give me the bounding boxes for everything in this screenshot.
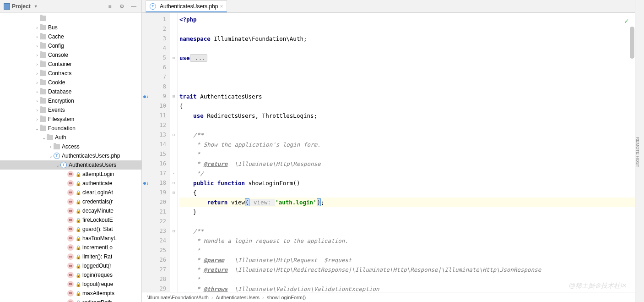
tree-label: credentials(r — [82, 198, 113, 205]
editor-area[interactable]: ✓ ●↓ ●↓ ●↓ 12345678910111213141516171819… — [142, 13, 635, 292]
project-sidebar: Project ▼ ≡ ⚙ — ›Bus›Cache›Config›Consol… — [0, 0, 142, 302]
tree-row[interactable]: m🔒limiter(): Rat — [0, 252, 141, 261]
tree-row[interactable]: m🔒attemptLogin — [0, 170, 141, 179]
tree-row[interactable]: ⌄Foundation — [0, 124, 141, 133]
folder-icon — [40, 71, 46, 76]
tree-label: decayMinute — [82, 208, 114, 214]
lock-icon: 🔒 — [76, 282, 81, 287]
expand-arrow-icon[interactable]: › — [34, 71, 40, 76]
tree-row[interactable]: m🔒redirectPath — [0, 298, 141, 302]
method-icon: m — [67, 244, 74, 251]
expand-arrow-icon[interactable]: › — [34, 117, 40, 122]
crumb-class[interactable]: AuthenticatesUsers — [216, 295, 260, 300]
php-trait-icon: T — [54, 153, 60, 159]
lock-icon: 🔒 — [76, 236, 81, 241]
expand-arrow-icon[interactable]: › — [34, 34, 40, 39]
lock-icon: 🔒 — [76, 291, 81, 296]
project-icon — [4, 3, 10, 10]
tree-row[interactable]: ›Console — [0, 50, 141, 60]
expand-arrow-icon[interactable]: › — [34, 25, 40, 30]
crumb-method[interactable]: showLoginForm() — [267, 295, 306, 300]
tree-label: redirectPath — [82, 299, 112, 302]
lock-icon: 🔒 — [76, 273, 81, 278]
lock-icon: 🔒 — [76, 300, 81, 302]
tree-row[interactable]: ›Database — [0, 87, 141, 96]
lock-icon: 🔒 — [76, 199, 81, 204]
tree-label: logout(reque — [82, 281, 113, 287]
expand-arrow-icon[interactable]: › — [34, 108, 40, 113]
tree-row[interactable]: ⌄TAuthenticatesUsers.php — [0, 151, 141, 160]
tree-row[interactable]: m🔒decayMinute — [0, 206, 141, 215]
tree-row[interactable]: m🔒guard(): Stat — [0, 225, 141, 234]
method-icon: m — [67, 171, 74, 177]
expand-arrow-icon[interactable]: › — [34, 44, 40, 49]
expand-arrow-icon[interactable]: › — [34, 53, 40, 58]
fold-column[interactable]: ⊞ ⊟ ⊟ - ⊟ ⊟ - ⊟ - ⊟ — [170, 13, 178, 292]
tree-label: Database — [48, 88, 71, 95]
folder-icon — [40, 52, 46, 58]
tree-row[interactable]: ›Container — [0, 60, 141, 69]
right-tool-strip[interactable]: REMOTE HOST — [635, 0, 644, 302]
expand-arrow-icon[interactable]: › — [48, 144, 54, 149]
collapse-icon[interactable]: — — [130, 2, 138, 11]
tree-row[interactable]: m🔒credentials(r — [0, 197, 141, 206]
tree-row[interactable]: m🔒logout(reque — [0, 280, 141, 289]
method-icon: m — [67, 272, 74, 278]
expand-arrow-icon[interactable]: › — [34, 99, 40, 104]
method-icon: m — [67, 198, 74, 205]
tree-label: login(reques — [82, 272, 113, 278]
tree-row[interactable]: m🔒maxAttempts — [0, 289, 141, 298]
tree-label: Cache — [48, 33, 64, 40]
tree-label: Access — [62, 143, 80, 150]
tree-row[interactable]: ⌄TAuthenticatesUsers — [0, 160, 141, 170]
remote-host-label[interactable]: REMOTE HOST — [635, 137, 640, 167]
tree-label: guard(): Stat — [82, 226, 113, 232]
gear-icon[interactable]: ⚙ — [118, 2, 126, 11]
crumb-namespace[interactable]: \Illuminate\Foundation\Auth — [147, 295, 209, 300]
php-file-icon: T — [150, 3, 156, 10]
tree-row[interactable]: m🔒fireLockoutE — [0, 215, 141, 225]
folder-icon — [40, 43, 46, 49]
tree-row[interactable]: ›Bus — [0, 23, 141, 32]
lock-icon: 🔒 — [76, 264, 81, 269]
code-content[interactable]: <?php namespace Illuminate\Foundation\Au… — [178, 13, 635, 292]
project-tree[interactable]: ›Bus›Cache›Config›Console›Container›Cont… — [0, 13, 141, 302]
tree-row[interactable]: m🔒login(reques — [0, 270, 141, 280]
tree-row[interactable]: ›Cache — [0, 32, 141, 41]
tree-row[interactable]: ⌄Auth — [0, 133, 141, 142]
expand-arrow-icon[interactable]: ⌄ — [34, 126, 40, 131]
folder-icon — [40, 16, 46, 21]
tree-row[interactable]: m🔒loggedOut(r — [0, 261, 141, 270]
tree-label: AuthenticatesUsers.php — [62, 153, 120, 159]
tree-row[interactable]: m🔒hasTooManyL — [0, 234, 141, 243]
tree-row[interactable]: ›Events — [0, 105, 141, 115]
tab-title: AuthenticatesUsers.php — [160, 3, 218, 10]
expand-arrow-icon[interactable]: ⌄ — [48, 154, 54, 159]
expand-arrow-icon[interactable]: › — [34, 89, 40, 94]
expand-arrow-icon[interactable]: › — [34, 80, 40, 85]
analysis-ok-icon[interactable]: ✓ — [624, 17, 629, 25]
tree-row[interactable]: ›Contracts — [0, 69, 141, 78]
tree-row[interactable]: ›Filesystem — [0, 115, 141, 124]
tree-row[interactable]: ›Config — [0, 41, 141, 50]
breadcrumb[interactable]: \Illuminate\Foundation\Auth › Authentica… — [142, 292, 635, 302]
tree-row[interactable]: ›Access — [0, 142, 141, 151]
lock-icon: 🔒 — [76, 227, 81, 232]
expand-arrow-icon[interactable]: › — [34, 62, 40, 67]
tab-authenticates-users[interactable]: T AuthenticatesUsers.php × — [146, 0, 227, 12]
tree-row[interactable]: m🔒incrementLo — [0, 243, 141, 252]
tree-row[interactable]: m🔒authenticate — [0, 179, 141, 188]
project-dropdown-icon[interactable]: ▼ — [34, 4, 38, 9]
expand-arrow-icon[interactable]: ⌄ — [55, 163, 60, 168]
close-icon[interactable]: × — [220, 3, 223, 10]
expand-arrow-icon[interactable]: ⌄ — [41, 135, 47, 140]
method-icon: m — [67, 235, 74, 242]
tree-row[interactable]: ›Cookie — [0, 78, 141, 87]
tree-row[interactable]: ›Encryption — [0, 96, 141, 105]
sidebar-header: Project ▼ ≡ ⚙ — — [0, 0, 141, 13]
settings-sliders-icon[interactable]: ≡ — [106, 2, 114, 11]
tree-row[interactable]: m🔒clearLoginAt — [0, 188, 141, 197]
gutter-marks: ●↓ ●↓ ●↓ — [142, 13, 150, 292]
tree-row[interactable] — [0, 14, 141, 23]
tree-label: Filesystem — [48, 116, 74, 122]
